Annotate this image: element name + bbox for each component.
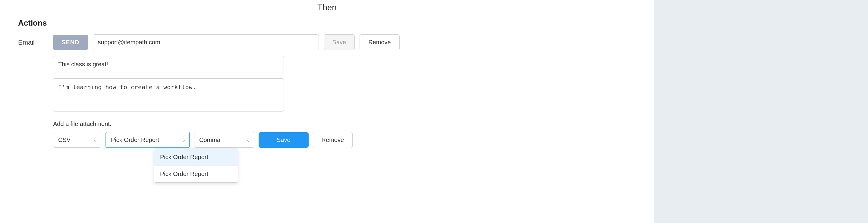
email-label: Email — [18, 39, 48, 46]
save-button-blue[interactable]: Save — [258, 132, 309, 148]
sidebar — [654, 0, 868, 223]
comma-select-wrapper: Comma Semicolon Tab ⌄ — [194, 132, 254, 148]
attachment-row: CSV Excel PDF ⌄ Pick Order Report Pick O… — [53, 132, 636, 148]
csv-select-wrapper: CSV Excel PDF ⌄ — [53, 132, 101, 148]
actions-section: Actions Email SEND Save Remove I'm learn… — [18, 19, 636, 148]
email-input[interactable] — [93, 34, 319, 50]
email-row: Email SEND Save Remove — [18, 34, 636, 50]
comma-select[interactable]: Comma Semicolon Tab — [194, 132, 254, 148]
remove-button[interactable]: Remove — [360, 34, 399, 50]
dropdown-item-1[interactable]: Pick Order Report — [154, 165, 238, 182]
report-dropdown-menu: Pick Order Report Pick Order Report — [154, 149, 238, 183]
actions-title: Actions — [18, 19, 636, 28]
attachment-section: Add a file attachment: CSV Excel PDF ⌄ P… — [53, 121, 636, 148]
report-select-wrapper: Pick Order Report Pick Order Report 2 ⌄ … — [105, 132, 190, 148]
then-header: Then — [18, 0, 636, 19]
save-button-muted[interactable]: Save — [324, 34, 355, 50]
attachment-label: Add a file attachment: — [53, 121, 636, 127]
body-textarea[interactable]: I'm learning how to create a workflow. — [53, 78, 284, 112]
send-button[interactable]: SEND — [53, 35, 88, 50]
dropdown-item-0[interactable]: Pick Order Report — [154, 149, 238, 165]
report-select[interactable]: Pick Order Report Pick Order Report 2 — [105, 132, 190, 148]
remove-button-2[interactable]: Remove — [313, 132, 352, 148]
csv-select[interactable]: CSV Excel PDF — [53, 132, 101, 148]
subject-input[interactable] — [53, 56, 284, 73]
